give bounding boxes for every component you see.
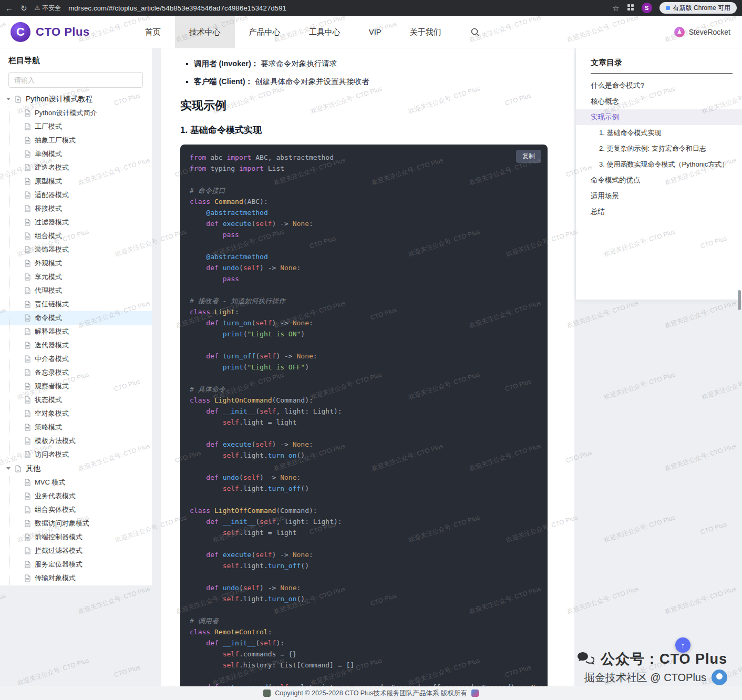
nav-item[interactable]: VIP — [355, 16, 396, 48]
sidebar-item[interactable]: 组合模式 — [0, 229, 152, 243]
reload-icon[interactable]: ↻ — [20, 4, 27, 12]
sidebar-item[interactable]: 原型模式 — [0, 174, 152, 188]
bookmark-star-icon[interactable]: ☆ — [612, 4, 619, 12]
sidebar-item[interactable]: 建造者模式 — [0, 161, 152, 174]
sidebar-item-label: 单例模式 — [35, 149, 62, 159]
nav-item[interactable]: 产品中心 — [235, 16, 295, 48]
bullet-item: 客户端 (Client)： 创建具体命令对象并设置其接收者 — [194, 73, 574, 90]
profile-avatar[interactable]: S — [642, 3, 652, 13]
back-icon[interactable]: ← — [5, 4, 13, 12]
doc-icon — [24, 150, 31, 158]
sidebar-item[interactable]: 外观模式 — [0, 256, 152, 270]
doc-icon — [24, 355, 31, 363]
doc-icon — [24, 273, 31, 281]
sidebar-item[interactable]: 备忘录模式 — [0, 366, 152, 379]
doc-icon — [24, 451, 31, 458]
sidebar-item[interactable]: 业务代表模式 — [0, 489, 152, 503]
nav-item[interactable]: 技术中心 — [175, 16, 235, 48]
sidebar-item-label: 模板方法模式 — [35, 436, 76, 446]
nav-item[interactable]: 工具中心 — [295, 16, 355, 48]
doc-icon — [24, 479, 31, 486]
sidebar-item[interactable]: 代理模式 — [0, 284, 152, 297]
header-search-button[interactable] — [470, 27, 480, 37]
sidebar-item-label: 解释器模式 — [35, 327, 69, 336]
security-label: 不安全 — [42, 4, 61, 13]
article-toc: 文章目录 什么是命令模式?核心概念实现示例1. 基础命令模式实现2. 更复杂的示… — [576, 48, 742, 300]
wechat-watermark: 公众号：CTO Plus 掘金技术社区 @ CTOPlus — [576, 650, 727, 685]
sidebar-item[interactable]: 中介者模式 — [0, 352, 152, 366]
sidebar-item[interactable]: 服务定位器模式 — [0, 558, 152, 571]
logo-icon: C — [11, 22, 30, 42]
sidebar-item[interactable]: Python设计模式简介 — [0, 106, 152, 120]
toc-item[interactable]: 实现示例 — [576, 109, 742, 125]
sidebar-search-input[interactable] — [8, 72, 143, 88]
toc-item[interactable]: 1. 基础命令模式实现 — [576, 125, 742, 141]
sidebar-item[interactable]: MVC 模式 — [0, 476, 152, 489]
sidebar-item[interactable]: 责任链模式 — [0, 297, 152, 311]
toc-item[interactable]: 什么是命令模式? — [576, 78, 742, 94]
watermark-text: 欢迎关注公众号: CTO Plus — [603, 370, 677, 402]
sidebar-item[interactable]: 观察者模式 — [0, 379, 152, 393]
user-name: SteveRocket — [689, 28, 730, 36]
sidebar-item[interactable]: 访问者模式 — [0, 448, 152, 461]
sidebar-item[interactable]: 抽象工厂模式 — [0, 133, 152, 147]
extensions-icon[interactable] — [627, 4, 634, 12]
doc-icon — [24, 369, 31, 376]
toc-title: 文章目录 — [591, 58, 733, 74]
toc-item[interactable]: 总结 — [576, 204, 742, 220]
sidebar-item[interactable]: 模板方法模式 — [0, 434, 152, 448]
sidebar-item-label: 原型模式 — [35, 177, 62, 186]
doc-icon — [24, 232, 31, 240]
sidebar-item[interactable]: 组合实体模式 — [0, 503, 152, 517]
watermark-text: 欢迎关注公众号: CTO Plus — [566, 298, 640, 330]
scrollbar-thumb[interactable] — [738, 290, 741, 310]
site-security[interactable]: ⚠ 不安全 — [35, 4, 61, 13]
sidebar-item[interactable]: 拦截过滤器模式 — [0, 544, 152, 558]
sidebar-item[interactable]: 策略模式 — [0, 420, 152, 434]
toc-item[interactable]: 适用场景 — [576, 188, 742, 204]
sidebar-item[interactable]: 工厂模式 — [0, 120, 152, 133]
sidebar-item-label: 外观模式 — [35, 259, 62, 268]
sidebar-item[interactable]: 空对象模式 — [0, 407, 152, 420]
sidebar-group[interactable]: 其他 — [0, 461, 152, 476]
toc-item[interactable]: 命令模式的优点 — [576, 172, 742, 188]
sidebar-item[interactable]: 桥接模式 — [0, 202, 152, 215]
sidebar-group-label: Python设计模式教程 — [26, 95, 93, 104]
toc-item[interactable]: 2. 更复杂的示例: 支持宏命令和日志 — [576, 141, 742, 157]
watermark-text: 欢迎关注公众号: CTO Plus — [700, 370, 742, 402]
doc-icon — [24, 424, 31, 431]
sidebar-item-label: 过滤器模式 — [35, 218, 69, 227]
sidebar-item-label: 数据访问对象模式 — [35, 519, 89, 528]
user-avatar-icon — [674, 27, 685, 37]
sidebar-item[interactable]: 前端控制器模式 — [0, 530, 152, 544]
sidebar-item[interactable]: 迭代器模式 — [0, 338, 152, 352]
sidebar-item[interactable]: 命令模式 — [0, 311, 152, 325]
sidebar-item[interactable]: 传输对象模式 — [0, 571, 152, 585]
copy-code-button[interactable]: 复制 — [516, 150, 541, 163]
toc-item[interactable]: 核心概念 — [576, 94, 742, 109]
sidebar-item-label: 抽象工厂模式 — [35, 136, 76, 145]
toc-item[interactable]: 3. 使用函数实现命令模式（Pythonic方式） — [576, 157, 742, 172]
doc-icon — [24, 287, 31, 294]
nav-item[interactable]: 首页 — [131, 16, 175, 48]
sidebar-item[interactable]: 装饰器模式 — [0, 243, 152, 256]
sidebar-group[interactable]: Python设计模式教程 — [0, 92, 152, 106]
sidebar-item-label: 享元模式 — [35, 272, 62, 282]
sidebar-item[interactable]: 适配器模式 — [0, 188, 152, 202]
sidebar-item[interactable]: 享元模式 — [0, 270, 152, 284]
nav-item[interactable]: 关于我们 — [396, 16, 456, 48]
sidebar-item[interactable]: 解释器模式 — [0, 325, 152, 338]
sidebar-item[interactable]: 过滤器模式 — [0, 215, 152, 229]
footer-logo-icon — [263, 689, 271, 697]
sidebar-item[interactable]: 数据访问对象模式 — [0, 517, 152, 530]
sidebar-item[interactable]: 单例模式 — [0, 147, 152, 161]
chrome-update-chip[interactable]: 有新版 Chrome 可用 — [659, 2, 737, 14]
sidebar-group-label: 其他 — [26, 464, 40, 473]
doc-icon — [24, 396, 31, 404]
sidebar-item[interactable]: 状态模式 — [0, 393, 152, 407]
doc-icon — [24, 383, 31, 390]
watermark-text: CTO Plus — [699, 520, 728, 536]
user-menu[interactable]: SteveRocket — [674, 27, 742, 37]
site-logo[interactable]: C CTO Plus — [0, 22, 100, 42]
address-bar[interactable]: mdrsec.com/#/ctoplus_article/54b853e3945… — [68, 4, 286, 12]
